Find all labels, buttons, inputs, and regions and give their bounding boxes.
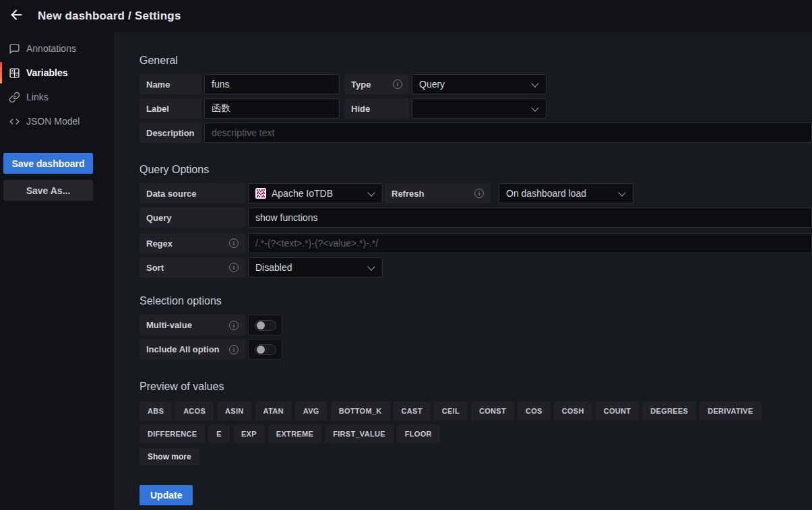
refresh-info-icon[interactable] [474, 189, 484, 198]
type-select[interactable]: Query [412, 74, 546, 94]
settings-nav: AnnotationsVariablesLinksJSON Model [0, 32, 115, 133]
save-dashboard-button[interactable]: Save dashboard [3, 153, 93, 174]
sidebar-item-label: Annotations [26, 43, 76, 54]
data-source-select[interactable]: Apache IoTDB [248, 183, 383, 203]
label-hide-row: Label Hide [139, 98, 812, 119]
multi-value-toggle[interactable] [248, 315, 282, 336]
refresh-select[interactable]: On dashboard load [499, 183, 633, 203]
chevron-down-icon [367, 189, 375, 197]
sidebar-item-variables[interactable]: Variables [0, 61, 115, 85]
multi-value-row: Multi-value [139, 315, 812, 336]
toggle-knob [257, 346, 265, 354]
save-as-button[interactable]: Save As... [3, 180, 93, 201]
description-row: Description [139, 123, 812, 143]
preview-value-chip: EXP [233, 424, 265, 443]
preview-value-chip: DERIVATIVE [699, 402, 761, 420]
variables-grid-icon [9, 67, 20, 79]
comment-icon [9, 43, 20, 55]
preview-value-chip: DIFFERENCE [139, 424, 205, 443]
sort-info-icon[interactable] [229, 263, 239, 272]
preview-value-chip: CAST [394, 402, 431, 420]
name-type-row: Name Type Query [139, 74, 812, 94]
preview-value-chip: DEGREES [642, 402, 696, 420]
label-field-label: Label [139, 98, 201, 119]
preview-value-chip: ABS [139, 402, 172, 420]
general-section-heading: General [139, 55, 812, 67]
datasource-refresh-row: Data source Apache IoTDB Refresh [139, 183, 812, 203]
sidebar-item-label: Links [26, 92, 49, 102]
toggle-knob [257, 321, 265, 329]
code-icon [9, 116, 20, 127]
include-all-info-icon[interactable] [229, 345, 239, 354]
sidebar-item-json-model[interactable]: JSON Model [0, 109, 115, 133]
selection-options-heading: Selection options [139, 295, 812, 307]
settings-sidebar: AnnotationsVariablesLinksJSON Model Save… [0, 32, 115, 510]
chevron-down-icon [618, 189, 626, 197]
preview-value-chip: ASIN [217, 402, 251, 420]
name-field-label: Name [139, 74, 201, 94]
query-row: Query [139, 208, 812, 228]
query-options-heading: Query Options [139, 164, 812, 176]
preview-value-chip: CEIL [434, 402, 468, 420]
chevron-down-icon [531, 104, 539, 113]
show-more-button[interactable]: Show more [139, 448, 199, 466]
sidebar-item-annotations[interactable]: Annotations [0, 36, 115, 61]
sort-select[interactable]: Disabled [248, 257, 383, 278]
multi-value-field-label: Multi-value [139, 315, 245, 336]
include-all-row: Include All option [139, 339, 812, 360]
hide-select[interactable] [412, 98, 546, 119]
back-button[interactable] [5, 5, 27, 27]
refresh-field-label: Refresh [385, 183, 491, 203]
preview-value-chip: COUNT [596, 402, 639, 420]
preview-value-chip: AVG [295, 402, 327, 420]
regex-row: Regex [139, 233, 812, 253]
type-info-icon[interactable] [393, 79, 402, 89]
sort-field-label: Sort [139, 257, 245, 278]
query-input[interactable] [248, 208, 812, 228]
apache-iotdb-logo-icon [255, 188, 266, 199]
hide-field-label: Hide [344, 98, 409, 119]
name-input[interactable] [204, 74, 340, 94]
include-all-field-label: Include All option [139, 339, 245, 360]
description-input[interactable] [204, 123, 812, 143]
description-field-label: Description [139, 123, 201, 143]
query-field-label: Query [139, 208, 245, 228]
sidebar-item-links[interactable]: Links [0, 85, 115, 109]
regex-info-icon[interactable] [229, 238, 239, 248]
chevron-down-icon [531, 80, 539, 88]
preview-value-chip: COS [518, 402, 551, 420]
preview-value-chip: CONST [471, 402, 514, 420]
data-source-field-label: Data source [139, 183, 245, 203]
include-all-toggle[interactable] [248, 339, 282, 360]
preview-value-chip: ATAN [255, 402, 292, 420]
sort-row: Sort Disabled [139, 257, 812, 278]
label-input[interactable] [204, 98, 340, 119]
preview-value-chip: COSH [554, 402, 592, 420]
preview-heading: Preview of values [139, 381, 812, 393]
update-button[interactable]: Update [139, 485, 193, 505]
regex-field-label: Regex [139, 233, 245, 253]
preview-value-chip: EXTREME [268, 424, 321, 443]
page-title: New dashboard / Settings [38, 9, 181, 23]
page-header: New dashboard / Settings [0, 0, 812, 32]
preview-values-list: ABSACOSASINATANAVGBOTTOM_KCASTCEILCONSTC… [139, 402, 803, 443]
preview-value-chip: ACOS [175, 402, 214, 420]
preview-value-chip: BOTTOM_K [331, 402, 390, 420]
sidebar-item-label: Variables [26, 67, 68, 78]
sidebar-item-label: JSON Model [26, 116, 80, 127]
multi-value-info-icon[interactable] [229, 321, 239, 330]
preview-value-chip: FIRST_VALUE [325, 424, 394, 443]
preview-value-chip: E [208, 424, 230, 443]
arrow-left-icon [9, 7, 24, 25]
type-field-label: Type [344, 74, 409, 94]
variable-editor-pane: General Name Type Query Label Hide Descr… [115, 32, 812, 510]
preview-value-chip: FLOOR [397, 424, 440, 443]
link-icon [9, 92, 20, 103]
chevron-down-icon [367, 263, 375, 272]
regex-input[interactable] [248, 233, 812, 253]
